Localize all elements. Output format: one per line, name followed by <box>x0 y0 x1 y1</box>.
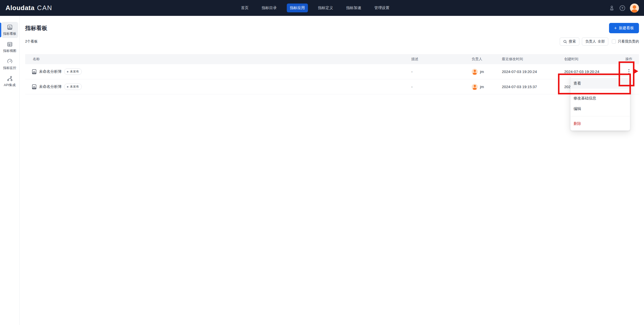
sidebar-item-label: 指标监控 <box>3 66 16 70</box>
sidebar-item-metric-view[interactable]: 指标视图 <box>2 39 18 55</box>
api-flow-icon <box>7 76 13 82</box>
nav-item-metric-application[interactable]: 指标应用 <box>287 4 308 12</box>
menu-item-view[interactable]: 查看 <box>571 78 630 89</box>
description-cell: - <box>411 69 472 74</box>
col-header-owner: 负责人 <box>472 57 502 61</box>
status-badge: 未发布 <box>64 84 82 90</box>
nav-item-admin-settings[interactable]: 管理设置 <box>371 4 392 12</box>
only-mine-checkbox[interactable] <box>612 40 616 44</box>
sidebar-item-label: 指标视图 <box>3 49 16 53</box>
col-header-created: 创建时间 <box>564 57 619 61</box>
owner-avatar <box>472 84 478 90</box>
sidebar: 指标看板 指标视图 指标监控 <box>0 16 20 325</box>
sidebar-item-label: API集成 <box>4 83 16 87</box>
table-grid-icon <box>7 41 13 47</box>
owner-filter-label: 负责人 <box>585 39 596 44</box>
row-context-menu: 查看 修改基础信息 编辑 删除 <box>570 76 630 131</box>
status-dot <box>67 71 68 73</box>
main-content: 指标看板 + 新建看板 2个看板 搜索 负责人 全部 <box>20 16 644 325</box>
dashboard-table: 名称 描述 负责人 最近修改时间 创建时间 操作 未命名分析簿 <box>25 54 639 94</box>
owner-name: jm <box>480 85 484 89</box>
menu-item-delete[interactable]: 删除 <box>571 118 630 129</box>
table-row[interactable]: 未命名分析簿 未发布 - jm 2024-07-03 19:15:37 2024… <box>25 79 639 94</box>
avatar-head <box>474 85 476 87</box>
nav-item-metric-acceleration[interactable]: 指标加速 <box>343 4 364 12</box>
menu-divider <box>571 91 630 91</box>
menu-item-edit-basic-info[interactable]: 修改基础信息 <box>571 93 630 103</box>
col-header-description: 描述 <box>411 57 472 61</box>
search-icon <box>563 40 567 44</box>
status-label: 未发布 <box>70 69 79 74</box>
user-avatar[interactable] <box>630 4 639 13</box>
brand-logo: Aloudata CAN <box>6 0 52 16</box>
brand-name: Aloudata <box>6 4 34 12</box>
status-badge: 未发布 <box>64 68 82 75</box>
sidebar-item-label: 指标看板 <box>3 31 16 36</box>
brand-product: CAN <box>37 4 52 12</box>
owner-filter-button[interactable]: 负责人 全部 <box>582 38 608 46</box>
menu-divider <box>571 116 630 116</box>
main-nav: 首页 指标目录 指标应用 指标定义 指标加速 管理设置 <box>238 0 392 16</box>
help-icon[interactable]: ? <box>619 5 625 11</box>
dashboard-count: 2个看板 <box>25 39 38 44</box>
page-title: 指标看板 <box>25 24 47 32</box>
only-mine-filter[interactable]: 只看我负责的 <box>612 39 639 44</box>
only-mine-label: 只看我负责的 <box>618 39 639 44</box>
title-row: 指标看板 + 新建看板 <box>25 23 639 33</box>
modified-cell: 2024-07-03 19:15:37 <box>502 85 564 89</box>
owner-name: jm <box>480 69 484 74</box>
col-header-name: 名称 <box>25 57 411 61</box>
nav-item-metric-catalog[interactable]: 指标目录 <box>259 4 280 12</box>
status-dot <box>67 86 68 88</box>
actions-cell <box>619 68 639 76</box>
description-cell: - <box>411 85 472 89</box>
col-header-modified: 最近修改时间 <box>502 57 564 61</box>
menu-item-edit[interactable]: 编辑 <box>571 103 630 114</box>
search-button[interactable]: 搜索 <box>560 38 579 46</box>
created-cell: 2024-07-03 19:20:24 <box>564 69 619 74</box>
sidebar-item-api-integration[interactable]: API集成 <box>2 73 18 89</box>
svg-text:?: ? <box>621 6 623 10</box>
plus-icon: + <box>614 26 617 30</box>
nav-item-metric-definition[interactable]: 指标定义 <box>315 4 336 12</box>
sidebar-item-metric-monitor[interactable]: 指标监控 <box>2 56 18 72</box>
gauge-icon <box>7 58 13 64</box>
search-button-label: 搜索 <box>569 39 576 44</box>
feedback-stamp-icon[interactable] <box>609 5 615 11</box>
meta-row: 2个看板 搜索 负责人 全部 只看我负责的 <box>25 38 639 46</box>
col-header-actions: 操作 <box>619 57 639 61</box>
sidebar-item-metric-dashboard[interactable]: 指标看板 <box>2 22 18 38</box>
avatar-head <box>474 70 476 72</box>
avatar-head <box>633 5 636 9</box>
name-cell[interactable]: 未命名分析簿 未发布 <box>25 68 411 75</box>
dashboard-chart-icon <box>7 24 13 30</box>
owner-avatar <box>472 69 478 75</box>
status-label: 未发布 <box>70 85 79 89</box>
top-navbar: Aloudata CAN 首页 指标目录 指标应用 指标定义 指标加速 管理设置 <box>0 0 644 16</box>
avatar-body <box>631 9 637 13</box>
modified-cell: 2024-07-03 19:20:24 <box>502 69 564 74</box>
avatar-body <box>473 73 477 75</box>
owner-cell: jm <box>472 69 502 75</box>
dashboard-name[interactable]: 未命名分析簿 <box>39 69 62 74</box>
new-dashboard-button-label: 新建看板 <box>619 26 634 30</box>
table-header: 名称 描述 负责人 最近修改时间 创建时间 操作 <box>25 54 639 64</box>
analysis-book-icon <box>32 84 37 90</box>
app-root: Aloudata CAN 首页 指标目录 指标应用 指标定义 指标加速 管理设置 <box>0 0 644 325</box>
owner-filter-value: 全部 <box>598 39 605 44</box>
nav-item-home[interactable]: 首页 <box>238 4 252 12</box>
new-dashboard-button[interactable]: + 新建看板 <box>609 23 639 33</box>
filter-controls: 搜索 负责人 全部 只看我负责的 <box>560 38 639 46</box>
dashboard-name[interactable]: 未命名分析簿 <box>39 84 62 89</box>
avatar-body <box>473 88 477 90</box>
name-cell[interactable]: 未命名分析簿 未发布 <box>25 84 411 90</box>
more-actions-button[interactable] <box>627 68 631 76</box>
owner-cell: jm <box>472 84 502 90</box>
analysis-book-icon <box>32 69 37 75</box>
table-row[interactable]: 未命名分析簿 未发布 - jm 2024-07-03 19:20:24 2024… <box>25 64 639 79</box>
navbar-right: ? <box>609 0 639 16</box>
